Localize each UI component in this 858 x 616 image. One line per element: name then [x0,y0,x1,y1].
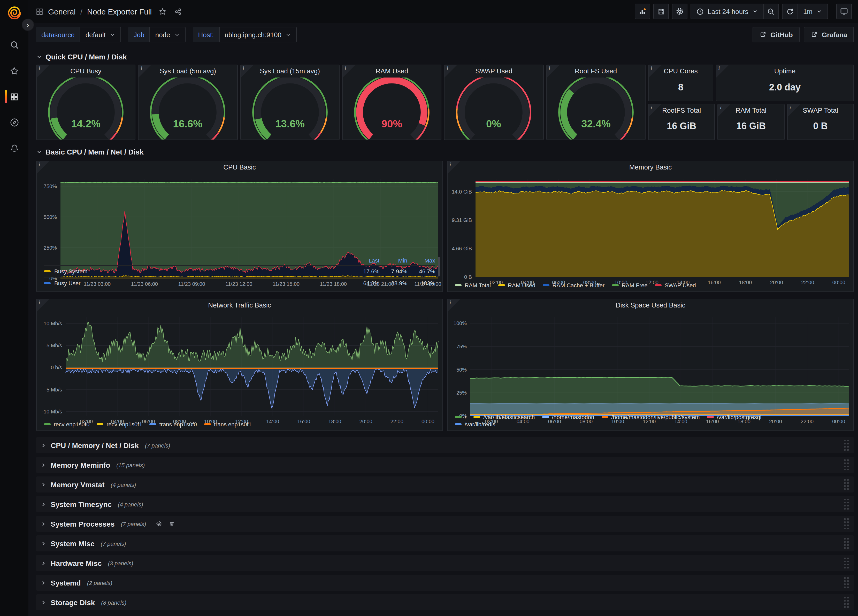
panel-title[interactable]: Memory Basic [448,161,853,174]
legend-item[interactable]: recv enp1s0f0 [44,421,89,427]
svg-text:32.4%: 32.4% [581,118,611,129]
sidebar-item-search[interactable] [0,39,28,51]
cpu-basic-chart[interactable]: 11/23 03:0011/23 06:0011/23 09:0011/23 1… [37,175,443,256]
legend-label: SWAP Used [665,282,696,289]
panel-title[interactable]: Network Traffic Basic [37,299,443,312]
legend-swatch [612,284,619,286]
row-drag-handle[interactable] [844,440,849,451]
zoom-out-time-button[interactable] [763,4,779,19]
dashboards-grid-icon [10,92,19,101]
link-button-grafana[interactable]: Grafana [804,27,854,42]
gauge[interactable]: 14.2% [37,78,135,140]
legend-item[interactable]: trans enp1s0f0 [149,421,197,427]
legend-item[interactable]: /home/mastodon/live/public/system [602,414,699,420]
row-section-quick[interactable]: Quick CPU / Mem / Disk [36,51,854,62]
legend-header-last[interactable]: Last [351,258,379,264]
legend-item[interactable]: recv enp1s0f1 [96,421,142,427]
panel-title[interactable]: RAM Used [343,65,441,78]
row-drag-handle[interactable] [844,577,849,588]
legend-series-name[interactable]: Busy System [44,268,351,275]
legend-item[interactable]: /var/lib/postgresql [707,414,762,420]
collapsed-row-hardware-misc[interactable]: Hardware Misc(3 panels) [36,555,854,571]
legend-item[interactable]: trans enp1s0f1 [204,421,252,427]
compass-icon [9,118,19,127]
sidebar-expand-button[interactable]: › [22,19,34,31]
legend-header-min[interactable]: Min [379,258,407,264]
legend-item[interactable]: SWAP Used [655,282,696,289]
drag-dot [847,449,849,451]
panel-title[interactable]: Uptime [717,65,853,78]
save-dashboard-button[interactable] [653,4,669,19]
variable-value-dropdown[interactable]: ublog.ipng.ch:9100 [219,27,297,42]
clock-icon [696,8,704,15]
panel-title[interactable]: CPU Busy [37,65,135,78]
collapsed-row-system-timesync[interactable]: System Timesync(4 panels) [36,496,854,512]
refresh-button[interactable] [782,4,797,19]
panel-title[interactable]: Sys Load (5m avg) [139,65,237,78]
drag-dot [847,485,849,487]
legend-item[interactable]: / [455,414,466,420]
row-drag-handle[interactable] [844,499,849,509]
panel-title[interactable]: CPU Basic [37,161,443,174]
legend-item[interactable]: /var/lib/elasticsearch [473,414,535,420]
collapsed-row-systemd[interactable]: Systemd(2 panels) [36,575,854,591]
row-section-basic[interactable]: Basic CPU / Mem / Net / Disk [36,146,854,158]
row-drag-handle[interactable] [844,479,849,490]
collapsed-row-cpu---memory---net---disk[interactable]: CPU / Memory / Net / Disk(7 panels) [36,437,854,453]
breadcrumb-folder[interactable]: General [48,7,76,16]
grafana-logo[interactable] [6,5,22,21]
legend-item[interactable]: RAM Total [455,282,491,289]
row-drag-handle[interactable] [844,558,849,568]
network-traffic-chart[interactable]: 02:0004:0006:0008:0010:0012:0014:0016:00… [37,313,443,420]
legend-swatch [44,423,51,425]
dashboard-settings-button[interactable] [672,4,687,19]
legend-label: RAM Free [622,282,647,289]
gauge[interactable]: 32.4% [547,78,645,140]
collapsed-row-storage-disk[interactable]: Storage Disk(8 panels) [36,594,854,610]
collapsed-row-system-processes[interactable]: System Processes(7 panels) [36,516,854,532]
sidebar-item-dashboards[interactable] [0,91,28,102]
sidebar-item-starred[interactable] [0,65,28,76]
disk-space-chart[interactable]: 02:0004:0006:0008:0010:0012:0014:0016:00… [448,313,853,413]
sidebar-item-alerting[interactable] [0,143,28,154]
row-delete-icon[interactable] [168,520,175,527]
panel-title[interactable]: Sys Load (15m avg) [241,65,339,78]
variable-value-dropdown[interactable]: default [80,27,121,42]
panel-title[interactable]: SWAP Used [445,65,543,78]
row-drag-handle[interactable] [844,538,849,549]
star-dashboard-icon[interactable] [159,8,166,15]
gauge[interactable]: 16.6% [139,78,237,140]
legend-item[interactable]: /home/mastodon [542,414,594,420]
time-range-picker[interactable]: Last 24 hours [690,4,763,19]
legend-item[interactable]: /var/lib/redis [455,421,496,427]
gauge[interactable]: 13.6% [241,78,339,140]
variable-value-dropdown[interactable]: node [150,27,186,42]
legend-header-max[interactable]: Max [407,258,435,264]
refresh-interval-picker[interactable]: 1m [797,4,828,19]
kiosk-mode-button[interactable] [836,4,852,19]
drag-dot [847,587,849,588]
memory-basic-chart[interactable]: 02:0004:0006:0008:0010:0012:0014:0016:00… [448,175,853,281]
row-settings-icon[interactable] [155,520,162,527]
panel-title[interactable]: Root FS Used [547,65,645,78]
legend-row: /var/lib/redis [455,421,848,427]
gauge[interactable]: 0% [445,78,543,140]
row-drag-handle[interactable] [844,459,849,470]
sidebar-item-explore[interactable] [0,117,28,128]
gauge[interactable]: 90% [343,78,441,140]
link-button-github[interactable]: GitHub [752,27,800,42]
legend-item[interactable]: RAM Cache + Buffer [542,282,605,289]
collapsed-row-memory-vmstat[interactable]: Memory Vmstat(4 panels) [36,476,854,492]
share-icon[interactable] [174,8,182,15]
legend-item[interactable]: RAM Used [498,282,535,289]
panel-title[interactable]: Disk Space Used Basic [448,299,853,312]
drag-dot [847,443,849,444]
collapsed-row-system-misc[interactable]: System Misc(7 panels) [36,535,854,551]
legend-scrollbar-thumb[interactable] [438,257,440,276]
legend-series-name[interactable]: Busy User [44,280,351,286]
row-drag-handle[interactable] [844,518,849,529]
add-panel-button[interactable] [635,4,650,19]
collapsed-row-memory-meminfo[interactable]: Memory Meminfo(15 panels) [36,457,854,473]
legend-item[interactable]: RAM Free [612,282,647,289]
row-drag-handle[interactable] [844,597,849,608]
